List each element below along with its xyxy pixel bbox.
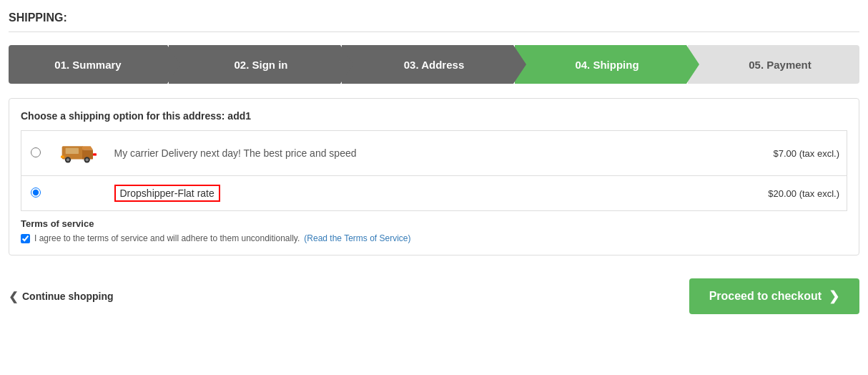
step-summary-label: 01. Summary [47, 59, 128, 71]
svg-point-5 [66, 158, 69, 161]
radio-cell-1[interactable] [21, 131, 50, 176]
terms-title: Terms of service [21, 218, 847, 229]
price-cell-2: $20.00 (tax excl.) [661, 176, 847, 211]
step-shipping-arrow [686, 45, 699, 84]
step-address[interactable]: 03. Address [342, 45, 513, 84]
step-payment-label: 05. Payment [741, 59, 819, 71]
step-address-arrow [513, 45, 526, 84]
step-signin[interactable]: 02. Sign in [169, 45, 340, 84]
shipping-option-2[interactable]: Dropshipper-Flat rate $20.00 (tax excl.) [21, 176, 847, 211]
terms-checkbox-label: I agree to the terms of service and will… [34, 233, 300, 243]
terms-checkbox[interactable] [21, 234, 30, 243]
page-wrapper: SHIPPING: 01. Summary 02. Sign in 03. Ad… [0, 0, 868, 334]
shipping-option-1[interactable]: My carrier Delivery next day! The best p… [21, 131, 847, 176]
panel-title: Choose a shipping option for this addres… [21, 110, 847, 122]
radio-option-1[interactable] [31, 147, 41, 157]
price-cell-1: $7.00 (tax excl.) [661, 131, 847, 176]
radio-cell-2[interactable] [21, 176, 50, 211]
terms-link[interactable]: (Read the Terms of Service) [304, 233, 410, 243]
step-shipping-label: 04. Shipping [568, 59, 646, 71]
dropshipper-label: Dropshipper-Flat rate [114, 185, 220, 202]
terms-section: Terms of service I agree to the terms of… [21, 218, 847, 243]
divider [9, 31, 859, 32]
radio-option-2[interactable] [31, 188, 41, 198]
svg-marker-2 [82, 146, 93, 150]
bottom-bar: ❮ Continue shopping Proceed to checkout … [9, 270, 859, 323]
steps-bar: 01. Summary 02. Sign in 03. Address 04. … [9, 45, 859, 84]
step-address-label: 03. Address [397, 59, 472, 71]
svg-point-7 [85, 158, 88, 161]
step-signin-label: 02. Sign in [227, 59, 295, 71]
step-payment[interactable]: 05. Payment [688, 45, 859, 84]
step-signin-arrow [340, 45, 353, 84]
checkout-button-label: Proceed to checkout [709, 290, 822, 303]
truck-icon [61, 140, 97, 165]
continue-shopping-label: Continue shopping [22, 291, 114, 302]
svg-rect-9 [93, 153, 97, 155]
svg-rect-3 [65, 148, 78, 154]
terms-check-row: I agree to the terms of service and will… [21, 233, 847, 243]
shipping-panel: Choose a shipping option for this addres… [9, 98, 859, 255]
svg-rect-8 [61, 156, 64, 158]
chevron-left-icon: ❮ [9, 290, 18, 303]
continue-shopping-link[interactable]: ❮ Continue shopping [9, 290, 114, 303]
icon-cell-1 [50, 131, 107, 176]
step-summary-arrow [167, 45, 180, 84]
checkout-button[interactable]: Proceed to checkout ❯ [689, 278, 859, 314]
chevron-right-icon: ❯ [829, 288, 839, 304]
step-summary[interactable]: 01. Summary [9, 45, 167, 84]
desc-cell-1: My carrier Delivery next day! The best p… [107, 131, 661, 176]
shipping-options-table: My carrier Delivery next day! The best p… [21, 130, 847, 211]
desc-cell-2: Dropshipper-Flat rate [107, 176, 661, 211]
step-shipping[interactable]: 04. Shipping [515, 45, 686, 84]
icon-cell-2 [50, 176, 107, 211]
page-title: SHIPPING: [9, 11, 859, 24]
